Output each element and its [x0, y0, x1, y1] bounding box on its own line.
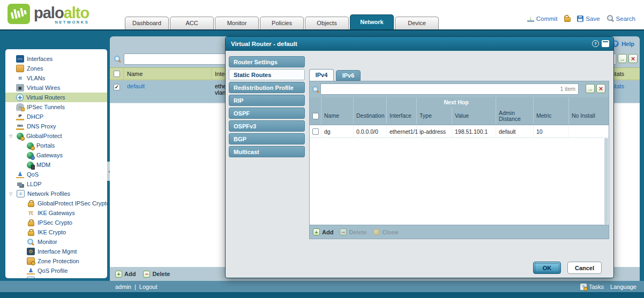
sidebar-item-ipsec-crypto[interactable]: IPSec Crypto [5, 218, 107, 227]
lock-icon [28, 200, 34, 207]
header-actions: ↓ Commit Save Search [527, 15, 635, 22]
tab-objects[interactable]: Objects [305, 17, 349, 29]
clear-filter-button[interactable]: × [596, 84, 605, 93]
column-header-no-install[interactable]: No Install [569, 107, 609, 125]
delete-icon: − [340, 228, 347, 235]
globalprotect-icon [17, 133, 24, 140]
tab-device[interactable]: Device [395, 17, 439, 29]
column-header-admin-distance[interactable]: Admin Distance [496, 107, 534, 125]
dialog-help-icon[interactable]: ? [592, 40, 599, 47]
sidebar-item-globalprotect-ipsec-crypto[interactable]: GlobalProtect IPSec Crypto [5, 198, 107, 208]
select-all-checkbox[interactable] [312, 113, 319, 119]
table-body [310, 138, 609, 225]
logout-link[interactable]: Logout [139, 284, 158, 290]
cancel-button[interactable]: Cancel [567, 262, 602, 274]
search-button[interactable]: Search [607, 15, 635, 22]
mdm-icon [27, 162, 34, 169]
column-header-metric[interactable]: Metric [534, 107, 569, 125]
sidebar-item-label: LLDP [27, 181, 42, 187]
sidebar-item-portals[interactable]: Portals [5, 141, 107, 150]
ok-button[interactable]: OK [533, 262, 561, 274]
sidebar-item-label: Network Profiles [27, 190, 70, 197]
sidebar-item-dhcp[interactable]: DHCP [5, 112, 107, 121]
help-link[interactable]: Help [621, 41, 634, 47]
tab-monitor[interactable]: Monitor [215, 17, 259, 29]
expand-arrow-icon[interactable]: ▽ [8, 134, 14, 139]
sidebar-item-virtual-wires[interactable]: Virtual Wires [5, 83, 107, 93]
row-checkbox[interactable] [114, 84, 120, 90]
unlock-icon[interactable] [564, 15, 570, 22]
sidebar-item-label: IPSec Tunnels [27, 104, 65, 110]
column-header-value[interactable]: Value [452, 107, 496, 125]
sidebar-item-virtual-routers[interactable]: Virtual Routers [5, 93, 107, 102]
sidebar-item-vlans[interactable]: VLANs [5, 73, 107, 83]
sidebar-item-ipsec-tunnels[interactable]: IPSec Tunnels [5, 102, 107, 112]
tab-ipv4[interactable]: IPv4 [309, 69, 334, 81]
sidebar-item-globalprotect[interactable]: ▽GlobalProtect [5, 131, 107, 141]
sidebar-item-ike-crypto[interactable]: IKE Crypto [5, 227, 107, 237]
side-tab-static-routes[interactable]: Static Routes [229, 69, 305, 80]
tasks-button[interactable]: Tasks [580, 284, 604, 290]
apply-filter-button[interactable]: → [586, 84, 595, 93]
sidebar-item-monitor[interactable]: Monitor [5, 237, 107, 247]
sidebar-item-interface-mgmt[interactable]: Interface Mgmt [5, 247, 107, 256]
sidebar-item-qos[interactable]: QoS [5, 170, 107, 179]
add-button[interactable]: +Add [313, 228, 333, 235]
tab-network[interactable]: Network [350, 14, 394, 29]
sidebar-item-ike-gateways[interactable]: IKE Gateways [5, 208, 107, 218]
expand-arrow-icon[interactable]: ▽ [8, 192, 14, 196]
column-header-type[interactable]: Type [417, 107, 452, 125]
apply-filter-button[interactable]: → [618, 54, 627, 63]
sidebar-item-zone-protection[interactable]: Zone Protection [5, 256, 107, 266]
dns-proxy-icon [16, 123, 24, 130]
side-tab-redistribution-profile[interactable]: Redistribution Profile [229, 82, 305, 93]
commit-button[interactable]: ↓ Commit [527, 15, 558, 22]
select-all-checkbox[interactable] [114, 71, 120, 77]
sidebar-item-label: Zone Protection [38, 258, 79, 264]
tab-dashboard[interactable]: Dashboard [125, 17, 169, 29]
side-tab-rip[interactable]: RIP [229, 95, 305, 106]
delete-button[interactable]: −Delete [340, 228, 366, 235]
dialog-search-input[interactable] [320, 83, 579, 95]
dialog-side-tabs: Router Settings Static Routes Redistribu… [229, 56, 305, 157]
column-header-name[interactable]: Name [124, 68, 212, 80]
side-tab-bgp[interactable]: BGP [229, 133, 305, 144]
add-button[interactable]: +Add [115, 271, 136, 278]
static-route-row[interactable]: dg 0.0.0.0/0 ethernet1/1 ip-address 198.… [310, 125, 609, 138]
sidebar-item-lldp[interactable]: LLDP [5, 179, 107, 189]
sidebar-item-dns-proxy[interactable]: DNS Proxy [5, 121, 107, 131]
language-button[interactable]: Language [610, 284, 636, 290]
tab-acc[interactable]: ACC [170, 17, 214, 29]
column-header-name[interactable]: Name [321, 107, 354, 125]
sidebar-item-qos-profile[interactable]: QoS Profile [5, 266, 107, 276]
sidebar-item-gateways[interactable]: Gateways [5, 150, 107, 160]
side-tab-multicast[interactable]: Multicast [229, 146, 305, 157]
sidebar-item-label: QoS [27, 171, 39, 178]
sidebar-item-clipped[interactable] [5, 276, 107, 278]
column-header-interface[interactable]: Interface [387, 107, 417, 125]
tasks-icon [580, 284, 587, 290]
tab-ipv6[interactable]: IPv6 [336, 70, 361, 81]
dialog-minimize-icon[interactable] [602, 40, 609, 47]
scrollbar[interactable] [604, 138, 608, 225]
save-button[interactable]: Save [577, 16, 600, 22]
delete-button[interactable]: −Delete [143, 271, 170, 278]
row-checkbox[interactable] [312, 128, 319, 135]
clear-filter-button[interactable]: × [628, 54, 638, 63]
sidebar-item-network-profiles[interactable]: ▽Network Profiles [5, 189, 107, 198]
route-no-install [569, 125, 609, 137]
column-header-destination[interactable]: Destination [354, 107, 387, 125]
clone-button[interactable]: Clone [373, 228, 399, 235]
virtual-router-link[interactable]: default [127, 83, 145, 89]
sidebar-item-mdm[interactable]: MDM [5, 160, 107, 170]
clipped-icon [27, 277, 35, 278]
side-tab-ospf[interactable]: OSPF [229, 108, 305, 119]
side-tab-ospfv3[interactable]: OSPFv3 [229, 120, 305, 132]
sidebar-item-interfaces[interactable]: Interfaces [5, 54, 107, 64]
sidebar-item-label: IKE Crypto [38, 229, 66, 235]
side-tab-router-settings[interactable]: Router Settings [229, 56, 305, 67]
tab-policies[interactable]: Policies [260, 17, 304, 29]
sidebar-item-zones[interactable]: Zones [5, 64, 107, 73]
sidebar-item-label: DHCP [27, 113, 43, 120]
search-icon [114, 56, 121, 63]
